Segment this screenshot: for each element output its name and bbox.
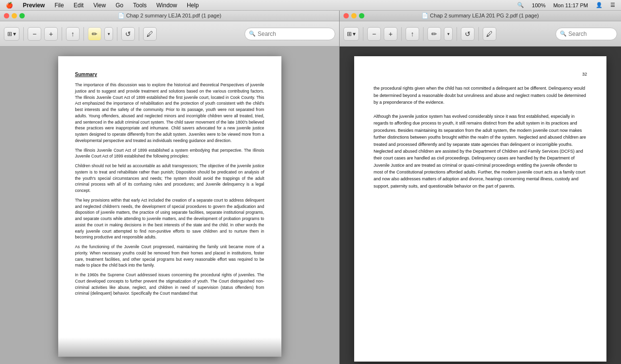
right-tb-sep-2 [401,27,402,41]
menu-bar-right: 🔍 100% Mon 11:17 PM 👤 ☰ [515,1,617,9]
right-pdf-para-2: Although the juvenile justice system has… [374,113,587,190]
left-search-icon: 🔍 [249,31,256,37]
left-min-button[interactable] [12,13,17,18]
left-view-toggle[interactable]: ⊞ ▾ [4,27,19,41]
right-annotate-icon: ✏ [431,30,437,38]
windows-container: 📄 Chap 2 summary LEJA 201.pdf (1 page) ⊞… [0,11,621,364]
menu-window[interactable]: Window [154,1,179,9]
right-share-icon: ↑ [411,30,414,38]
left-max-button[interactable] [19,13,25,18]
tb-sep-3 [83,27,84,41]
pdf-para-5: As the functioning of the Juvenile Court… [75,244,264,269]
left-zoom-in-btn[interactable]: + [44,27,58,41]
share-icon: ↑ [71,30,75,38]
right-zoom-in-btn[interactable]: + [384,27,397,41]
markup-icon: 🖊 [147,30,153,38]
menu-help[interactable]: Help [185,1,201,9]
right-toolbar: ⊞ ▾ − + ↑ ✏ ▾ ↺ [340,21,621,47]
menu-tools[interactable]: Tools [131,1,148,9]
right-win-title-bar: 📄 Chap 2 summary LEJA 201 PG 2.pdf (1 pa… [340,11,621,21]
pdf-heading: Summary [75,71,264,78]
page-number: 32 [374,71,587,78]
app-name[interactable]: Preview [21,1,47,9]
search-icon-menu[interactable]: 🔍 [515,1,526,9]
apple-menu[interactable]: 🍎 [4,1,15,9]
right-traffic-lights [343,13,364,18]
left-search-box[interactable]: 🔍 [245,28,335,40]
right-markup-btn[interactable]: 🖊 [483,27,496,41]
right-zoom-out-icon: − [372,30,376,38]
user-icon: 👤 [594,1,605,9]
mac-menu-bar: 🍎 Preview File Edit View Go Tools Window… [0,0,621,11]
menu-edit[interactable]: Edit [72,1,86,9]
right-window-title: 📄 Chap 2 summary LEJA 201 PG 2.pdf (1 pa… [422,13,539,19]
left-toolbar: ⊞ ▾ − + ↑ ✏ ▾ ↺ [0,21,339,47]
right-pdf-page: 32 the procedural rights given when the … [354,56,606,362]
zoom-in-icon: + [49,30,53,38]
right-rotate-icon: ↺ [465,30,471,38]
right-view-arrow: ▾ [353,31,356,37]
right-tb-sep-5 [478,27,479,41]
right-pdf-para-1: the procedural rights given when the chi… [374,85,587,106]
right-annotate-btn[interactable]: ✏ [427,27,441,41]
left-annotate-btn[interactable]: ✏ [88,27,101,41]
right-annotate-arrow-icon: ▾ [447,32,450,36]
menu-view[interactable]: View [91,1,108,9]
left-traffic-lights [4,13,25,18]
right-pdf-content: 32 the procedural rights given when the … [340,47,621,364]
tb-sep-2 [62,27,62,41]
right-close-button[interactable] [343,13,349,18]
tb-sep-1 [23,27,24,41]
zoom-out-icon: − [33,30,36,38]
right-tb-sep-1 [363,27,363,41]
right-annotate-arrow[interactable]: ▾ [444,27,453,41]
left-markup-btn[interactable]: 🖊 [143,27,157,41]
right-search-input[interactable] [569,31,613,37]
view-icon: ⊞ [7,31,12,37]
right-view-icon: ⊞ [347,31,352,37]
left-win-title-bar: 📄 Chap 2 summary LEJA 201.pdf (1 page) [0,11,339,21]
pdf-para-1: The importance of this discussion was to… [75,82,264,144]
right-tb-sep-4 [457,27,457,41]
right-tb-sep-3 [423,27,424,41]
left-window-title: 📄 Chap 2 summary LEJA 201.pdf (1 page) [118,13,221,19]
right-view-toggle[interactable]: ⊞ ▾ [343,27,359,41]
pdf-para-6: In the 1960s the Supreme Court addressed… [75,272,264,297]
left-pdf-content: Summary The importance of this discussio… [0,47,339,364]
left-share-btn[interactable]: ↑ [66,27,80,41]
right-zoom-out-btn[interactable]: − [367,27,381,41]
tb-sep-4 [117,27,117,41]
menu-go[interactable]: Go [114,1,125,9]
left-close-button[interactable] [4,13,9,18]
right-share-btn[interactable]: ↑ [406,27,419,41]
tb-sep-5 [139,27,139,41]
right-search-box[interactable]: 🔍 [556,28,618,40]
left-rotate-btn[interactable]: ↺ [121,27,135,41]
pdf-bottom-shadow [58,337,281,357]
pdf-para-4: The key provisions within that early Act… [75,197,264,240]
right-rotate-btn[interactable]: ↺ [461,27,474,41]
right-zoom-in-icon: + [389,30,392,38]
pdf-window-right: 📄 Chap 2 summary LEJA 201 PG 2.pdf (1 pa… [340,11,621,364]
annotate-icon: ✏ [92,30,98,38]
menu-file[interactable]: File [52,1,65,9]
right-search-icon: 🔍 [560,31,567,37]
pdf-window-left: 📄 Chap 2 summary LEJA 201.pdf (1 page) ⊞… [0,11,340,364]
left-annotate-arrow[interactable]: ▾ [104,27,113,41]
view-arrow: ▾ [13,31,16,37]
right-max-button[interactable] [359,13,364,18]
left-search-input[interactable] [258,31,331,37]
annotate-arrow-icon: ▾ [108,32,110,36]
left-pdf-page: Summary The importance of this discussio… [58,56,281,357]
left-zoom-out-btn[interactable]: − [28,27,41,41]
right-min-button[interactable] [351,13,357,18]
right-markup-icon: 🖊 [486,30,493,38]
menu-icon[interactable]: ☰ [608,1,617,9]
rotate-icon: ↺ [125,30,131,38]
clock: Mon 11:17 PM [551,2,590,9]
pdf-para-3: Children should not be held as accountab… [75,163,264,194]
zoom-level: 100% [530,2,547,9]
pdf-para-2: The Illinois Juvenile Court Act of 1899 … [75,147,264,160]
